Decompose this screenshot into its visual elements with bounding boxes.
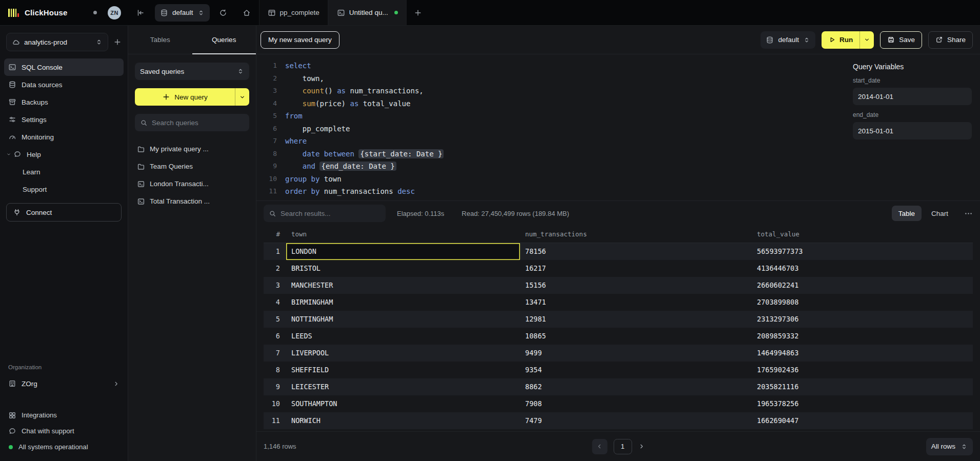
data-cell[interactable]: 1662690447: [752, 412, 973, 429]
data-cell[interactable]: 4136446703: [752, 260, 973, 277]
row-index-cell[interactable]: 5: [264, 311, 286, 328]
row-index-cell[interactable]: 2: [264, 260, 286, 277]
view-tab-chart[interactable]: Chart: [925, 206, 955, 221]
data-cell[interactable]: 9499: [520, 345, 752, 362]
tab-queries[interactable]: Queries: [192, 26, 256, 54]
saved-queries-filter[interactable]: Saved queries: [135, 63, 249, 80]
sidebar-footer-item-all-systems-operational[interactable]: All systems operational: [0, 439, 128, 455]
search-results-input[interactable]: [281, 210, 381, 217]
data-cell[interactable]: 12981: [520, 311, 752, 328]
data-cell[interactable]: BRISTOL: [286, 260, 520, 277]
data-cell[interactable]: SOUTHAMPTON: [286, 395, 520, 412]
row-index-cell[interactable]: 11: [264, 412, 286, 429]
data-cell[interactable]: 1965378256: [752, 395, 973, 412]
data-cell[interactable]: 15156: [520, 277, 752, 294]
saved-query-item-total-transaction[interactable]: Total Transaction ...: [135, 193, 249, 210]
view-tab-table[interactable]: Table: [892, 206, 922, 221]
data-cell[interactable]: NOTTINGHAM: [286, 311, 520, 328]
data-cell[interactable]: 7479: [520, 412, 752, 429]
data-cell[interactable]: LEEDS: [286, 328, 520, 345]
next-page-button[interactable]: [638, 443, 645, 450]
variable-input-end_date[interactable]: [853, 122, 972, 139]
footer-item-label: Integrations: [22, 411, 57, 419]
refresh-icon[interactable]: [219, 9, 227, 17]
sidebar-item-label: Support: [23, 186, 47, 193]
connect-button[interactable]: Connect: [6, 203, 122, 222]
data-cell[interactable]: BIRMINGHAM: [286, 294, 520, 311]
row-index-cell[interactable]: 7: [264, 345, 286, 362]
document-tab-untitled-qu[interactable]: Untitled qu...: [328, 0, 407, 25]
share-button[interactable]: Share: [928, 31, 973, 49]
row-index-cell[interactable]: 9: [264, 378, 286, 395]
column-header-num-transactions[interactable]: num_transactions: [520, 226, 752, 243]
sidebar-item-learn[interactable]: Learn: [4, 163, 124, 181]
saved-query-tab[interactable]: My new saved query: [261, 31, 339, 49]
sidebar-item-settings[interactable]: Settings: [4, 111, 124, 128]
organization-selector[interactable]: ZOrg: [0, 374, 128, 393]
data-cell[interactable]: LIVERPOOL: [286, 345, 520, 362]
data-cell[interactable]: 1765902436: [752, 362, 973, 378]
current-page[interactable]: 1: [613, 439, 632, 454]
document-tab-pp-complete[interactable]: pp_complete: [259, 0, 328, 25]
data-cell[interactable]: MANCHESTER: [286, 277, 520, 294]
row-index-cell[interactable]: 6: [264, 328, 286, 345]
data-cell[interactable]: 8862: [520, 378, 752, 395]
saved-query-item-my-private-query[interactable]: My private query ...: [135, 141, 249, 157]
new-tab-icon[interactable]: [414, 9, 422, 17]
sidebar-item-support[interactable]: Support: [4, 181, 124, 198]
more-options-icon[interactable]: [964, 209, 973, 218]
sidebar-item-data-sources[interactable]: Data sources: [4, 76, 124, 93]
data-cell[interactable]: 56593977373: [752, 243, 973, 260]
data-cell[interactable]: 9354: [520, 362, 752, 378]
data-cell[interactable]: 7908: [520, 395, 752, 412]
new-query-dropdown[interactable]: [235, 88, 249, 106]
column-header-town[interactable]: town: [286, 226, 520, 243]
prev-page-button[interactable]: [592, 439, 607, 454]
data-cell[interactable]: 16217: [520, 260, 752, 277]
row-index-cell[interactable]: 4: [264, 294, 286, 311]
data-cell[interactable]: 2035821116: [752, 378, 973, 395]
tab-tables[interactable]: Tables: [128, 26, 192, 54]
save-button[interactable]: Save: [880, 31, 922, 49]
data-cell[interactable]: 10865: [520, 328, 752, 345]
new-query-button[interactable]: New query: [135, 88, 249, 106]
saved-query-item-london-transacti[interactable]: London Transacti...: [135, 175, 249, 192]
data-cell[interactable]: NORWICH: [286, 412, 520, 429]
sidebar-footer-item-chat-with-support[interactable]: Chat with support: [0, 423, 128, 439]
page-size-selector[interactable]: All rows: [926, 438, 973, 455]
run-database-selector[interactable]: default: [761, 31, 815, 49]
column-header-total-value[interactable]: total_value: [752, 226, 973, 243]
service-selector[interactable]: analytics-prod: [6, 33, 108, 51]
collapse-sidebar-icon[interactable]: [136, 9, 145, 17]
row-index-cell[interactable]: 8: [264, 362, 286, 378]
user-avatar[interactable]: ZN: [108, 6, 121, 19]
data-cell[interactable]: LEICESTER: [286, 378, 520, 395]
sidebar-item-help[interactable]: Help: [4, 146, 124, 163]
data-cell[interactable]: 2660602241: [752, 277, 973, 294]
home-icon[interactable]: [243, 9, 251, 17]
search-queries-input[interactable]: [152, 119, 244, 127]
sidebar-item-backups[interactable]: Backups: [4, 93, 124, 111]
sidebar-footer-item-integrations[interactable]: Integrations: [0, 407, 128, 423]
data-cell[interactable]: 2703899808: [752, 294, 973, 311]
row-index-cell[interactable]: 10: [264, 395, 286, 412]
data-cell[interactable]: 78156: [520, 243, 752, 260]
add-service-icon[interactable]: [113, 38, 122, 46]
data-cell[interactable]: 13471: [520, 294, 752, 311]
data-cell[interactable]: 2313297306: [752, 311, 973, 328]
data-cell[interactable]: 1464994863: [752, 345, 973, 362]
data-cell[interactable]: LONDON: [286, 243, 520, 260]
sidebar-item-monitoring[interactable]: Monitoring: [4, 128, 124, 146]
run-options-dropdown[interactable]: [859, 31, 874, 49]
sidebar-item-sql-console[interactable]: SQL Console: [4, 58, 124, 76]
row-index-cell[interactable]: 1: [264, 243, 286, 260]
database-selector[interactable]: default: [155, 4, 210, 22]
data-cell[interactable]: 2089859332: [752, 328, 973, 345]
row-index-cell[interactable]: 3: [264, 277, 286, 294]
data-cell[interactable]: SHEFFIELD: [286, 362, 520, 378]
sql-editor[interactable]: 1select2 town,3 count() as num_transacti…: [256, 54, 845, 201]
variable-input-start_date[interactable]: [853, 88, 972, 105]
run-button[interactable]: Run: [822, 31, 874, 49]
saved-query-item-team-queries[interactable]: Team Queries: [135, 158, 249, 175]
column-header-index[interactable]: #: [264, 226, 286, 243]
